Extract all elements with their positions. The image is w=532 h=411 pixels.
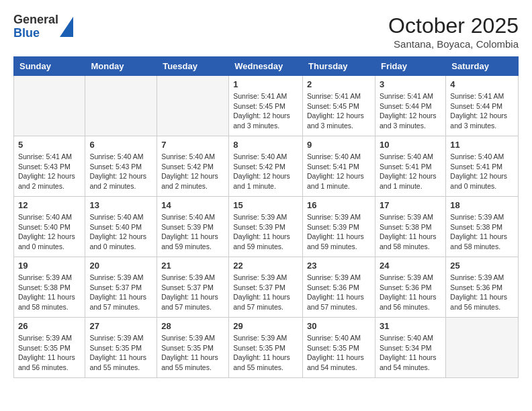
cell-details: Sunrise: 5:39 AMSunset: 5:35 PMDaylight:… [89, 333, 152, 373]
calendar-cell: 30Sunrise: 5:40 AMSunset: 5:35 PMDayligh… [303, 318, 375, 378]
calendar-cell: 21Sunrise: 5:39 AMSunset: 5:37 PMDayligh… [157, 257, 229, 318]
day-number: 20 [89, 261, 152, 271]
cell-details: Sunrise: 5:39 AMSunset: 5:37 PMDaylight:… [89, 273, 152, 312]
calendar-cell: 19Sunrise: 5:39 AMSunset: 5:38 PMDayligh… [14, 257, 85, 318]
day-number: 9 [307, 140, 371, 150]
calendar-cell: 5Sunrise: 5:41 AMSunset: 5:43 PMDaylight… [14, 136, 85, 197]
col-sunday: Sunday [14, 57, 85, 76]
cell-details: Sunrise: 5:40 AMSunset: 5:35 PMDaylight:… [307, 333, 371, 373]
cell-details: Sunrise: 5:39 AMSunset: 5:36 PMDaylight:… [380, 273, 441, 312]
day-number: 8 [233, 140, 298, 150]
calendar-cell: 1Sunrise: 5:41 AMSunset: 5:45 PMDaylight… [229, 76, 303, 136]
col-thursday: Thursday [303, 57, 375, 76]
calendar-cell: 4Sunrise: 5:41 AMSunset: 5:44 PMDaylight… [446, 76, 519, 136]
cell-details: Sunrise: 5:41 AMSunset: 5:45 PMDaylight:… [307, 91, 371, 131]
day-number: 23 [307, 261, 371, 271]
calendar-table: Sunday Monday Tuesday Wednesday Thursday… [13, 56, 519, 378]
cell-details: Sunrise: 5:40 AMSunset: 5:41 PMDaylight:… [450, 152, 514, 191]
cell-details: Sunrise: 5:39 AMSunset: 5:38 PMDaylight:… [380, 212, 441, 252]
calendar-cell: 7Sunrise: 5:40 AMSunset: 5:42 PMDaylight… [157, 136, 229, 197]
logo-blue-text: Blue [13, 27, 58, 40]
day-number: 16 [307, 200, 371, 210]
day-number: 25 [450, 261, 514, 271]
day-number: 17 [380, 200, 441, 210]
day-number: 14 [161, 200, 224, 210]
day-number: 1 [233, 79, 298, 89]
cell-details: Sunrise: 5:41 AMSunset: 5:44 PMDaylight:… [450, 91, 514, 131]
calendar-cell: 27Sunrise: 5:39 AMSunset: 5:35 PMDayligh… [85, 318, 157, 378]
calendar-cell: 15Sunrise: 5:39 AMSunset: 5:39 PMDayligh… [229, 197, 303, 257]
calendar-cell: 29Sunrise: 5:39 AMSunset: 5:35 PMDayligh… [229, 318, 303, 378]
calendar-cell [85, 76, 157, 136]
day-number: 29 [233, 321, 298, 331]
cell-details: Sunrise: 5:39 AMSunset: 5:38 PMDaylight:… [18, 273, 81, 312]
page-header: General Blue October 2025 Santana, Boyac… [13, 13, 519, 50]
calendar-cell: 9Sunrise: 5:40 AMSunset: 5:41 PMDaylight… [303, 136, 375, 197]
calendar-cell: 6Sunrise: 5:40 AMSunset: 5:43 PMDaylight… [85, 136, 157, 197]
day-number: 26 [18, 321, 81, 331]
day-number: 30 [307, 321, 371, 331]
logo-general-text: General [13, 13, 58, 27]
calendar-cell [157, 76, 229, 136]
calendar-cell: 31Sunrise: 5:40 AMSunset: 5:34 PMDayligh… [375, 318, 445, 378]
day-number: 5 [18, 140, 81, 150]
calendar-week-1: 1Sunrise: 5:41 AMSunset: 5:45 PMDaylight… [14, 76, 519, 136]
day-number: 3 [380, 79, 441, 89]
cell-details: Sunrise: 5:40 AMSunset: 5:41 PMDaylight:… [307, 152, 371, 191]
cell-details: Sunrise: 5:40 AMSunset: 5:40 PMDaylight:… [89, 212, 152, 252]
calendar-cell: 11Sunrise: 5:40 AMSunset: 5:41 PMDayligh… [446, 136, 519, 197]
day-number: 24 [380, 261, 441, 271]
calendar-cell [14, 76, 85, 136]
col-wednesday: Wednesday [229, 57, 303, 76]
day-number: 11 [450, 140, 514, 150]
calendar-cell: 17Sunrise: 5:39 AMSunset: 5:38 PMDayligh… [375, 197, 445, 257]
cell-details: Sunrise: 5:39 AMSunset: 5:35 PMDaylight:… [233, 333, 298, 373]
day-number: 18 [450, 200, 514, 210]
cell-details: Sunrise: 5:39 AMSunset: 5:36 PMDaylight:… [307, 273, 371, 312]
calendar-cell: 18Sunrise: 5:39 AMSunset: 5:38 PMDayligh… [446, 197, 519, 257]
logo-icon [60, 17, 73, 37]
day-number: 4 [450, 79, 514, 89]
cell-details: Sunrise: 5:39 AMSunset: 5:37 PMDaylight:… [233, 273, 298, 312]
cell-details: Sunrise: 5:39 AMSunset: 5:35 PMDaylight:… [18, 333, 81, 373]
calendar-cell: 2Sunrise: 5:41 AMSunset: 5:45 PMDaylight… [303, 76, 375, 136]
calendar-cell: 10Sunrise: 5:40 AMSunset: 5:41 PMDayligh… [375, 136, 445, 197]
day-number: 10 [380, 140, 441, 150]
svg-marker-0 [60, 17, 73, 37]
calendar-cell: 12Sunrise: 5:40 AMSunset: 5:40 PMDayligh… [14, 197, 85, 257]
cell-details: Sunrise: 5:40 AMSunset: 5:42 PMDaylight:… [233, 152, 298, 191]
calendar-cell: 3Sunrise: 5:41 AMSunset: 5:44 PMDaylight… [375, 76, 445, 136]
day-number: 21 [161, 261, 224, 271]
day-number: 2 [307, 79, 371, 89]
cell-details: Sunrise: 5:40 AMSunset: 5:41 PMDaylight:… [380, 152, 441, 191]
calendar-cell: 24Sunrise: 5:39 AMSunset: 5:36 PMDayligh… [375, 257, 445, 318]
day-number: 28 [161, 321, 224, 331]
calendar-header-row: Sunday Monday Tuesday Wednesday Thursday… [14, 57, 519, 76]
location-subtitle: Santana, Boyaca, Colombia [388, 38, 519, 50]
cell-details: Sunrise: 5:41 AMSunset: 5:43 PMDaylight:… [18, 152, 81, 191]
cell-details: Sunrise: 5:39 AMSunset: 5:39 PMDaylight:… [233, 212, 298, 252]
calendar-cell: 22Sunrise: 5:39 AMSunset: 5:37 PMDayligh… [229, 257, 303, 318]
calendar-cell: 8Sunrise: 5:40 AMSunset: 5:42 PMDaylight… [229, 136, 303, 197]
cell-details: Sunrise: 5:39 AMSunset: 5:37 PMDaylight:… [161, 273, 224, 312]
cell-details: Sunrise: 5:39 AMSunset: 5:35 PMDaylight:… [161, 333, 224, 373]
cell-details: Sunrise: 5:40 AMSunset: 5:34 PMDaylight:… [380, 333, 441, 373]
calendar-cell: 26Sunrise: 5:39 AMSunset: 5:35 PMDayligh… [14, 318, 85, 378]
cell-details: Sunrise: 5:39 AMSunset: 5:39 PMDaylight:… [307, 212, 371, 252]
cell-details: Sunrise: 5:40 AMSunset: 5:42 PMDaylight:… [161, 152, 224, 191]
col-saturday: Saturday [446, 57, 519, 76]
col-friday: Friday [375, 57, 445, 76]
calendar-cell: 13Sunrise: 5:40 AMSunset: 5:40 PMDayligh… [85, 197, 157, 257]
day-number: 22 [233, 261, 298, 271]
calendar-cell: 20Sunrise: 5:39 AMSunset: 5:37 PMDayligh… [85, 257, 157, 318]
month-title: October 2025 [388, 13, 519, 38]
calendar-week-2: 5Sunrise: 5:41 AMSunset: 5:43 PMDaylight… [14, 136, 519, 197]
calendar-cell [446, 318, 519, 378]
calendar-cell: 28Sunrise: 5:39 AMSunset: 5:35 PMDayligh… [157, 318, 229, 378]
calendar-cell: 14Sunrise: 5:40 AMSunset: 5:39 PMDayligh… [157, 197, 229, 257]
col-monday: Monday [85, 57, 157, 76]
calendar-week-3: 12Sunrise: 5:40 AMSunset: 5:40 PMDayligh… [14, 197, 519, 257]
calendar-cell: 23Sunrise: 5:39 AMSunset: 5:36 PMDayligh… [303, 257, 375, 318]
day-number: 6 [89, 140, 152, 150]
day-number: 15 [233, 200, 298, 210]
